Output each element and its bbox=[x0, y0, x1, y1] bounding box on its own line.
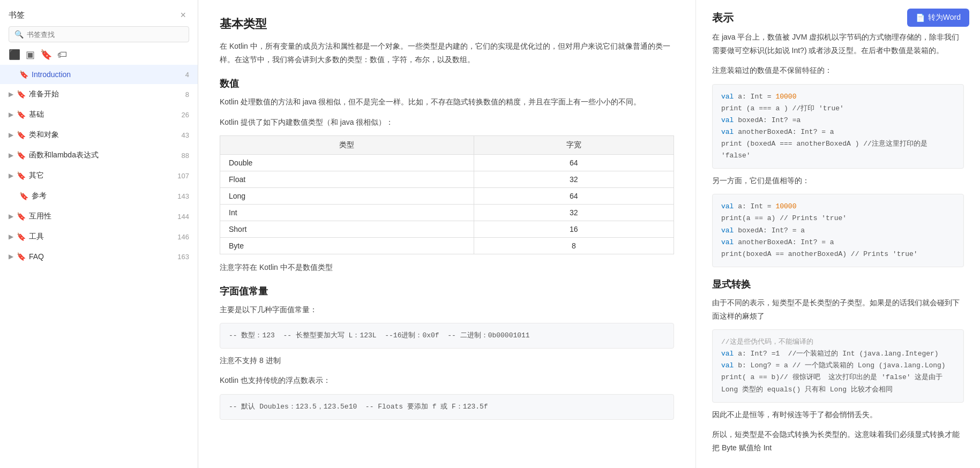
note2: 注意不支持 8 进制 bbox=[220, 354, 674, 367]
nav-label: 工具 bbox=[29, 232, 44, 241]
right-section2-title: 显式转换 bbox=[712, 278, 964, 291]
bookmark-icon: 🔖 bbox=[17, 212, 26, 221]
type-name: Byte bbox=[220, 237, 474, 254]
bookmark-icon: 🔖 bbox=[17, 90, 26, 99]
sidebar-item-functions[interactable]: ▶ 🔖 函数和lambda表达式 88 bbox=[0, 145, 198, 165]
nav-label: 准备开始 bbox=[29, 89, 59, 99]
arrow-icon: ▶ bbox=[9, 111, 13, 118]
code-block-2: -- 默认 Doubles：123.5，123.5e10 -- Floats 要… bbox=[220, 394, 674, 420]
section2-title: 字面值常量 bbox=[220, 285, 674, 298]
code-block-1: -- 数型：123 -- 长整型要加大写 L：123L --16进制：0x0f … bbox=[220, 323, 674, 349]
nav-count: 43 bbox=[182, 131, 189, 139]
arrow-icon: ▶ bbox=[9, 253, 13, 260]
sidebar-item-faq[interactable]: ▶ 🔖 FAQ 163 bbox=[0, 247, 198, 266]
type-table: 类型 字宽 Double64Float32Long64Int32Short16B… bbox=[220, 135, 674, 254]
nav-count: 8 bbox=[185, 90, 189, 99]
type-width: 64 bbox=[474, 154, 674, 171]
convert-to-word-button[interactable]: 📄 转为Word bbox=[907, 9, 969, 27]
section2-text: 主要是以下几种字面值常量： bbox=[220, 303, 674, 316]
sidebar-item-basics[interactable]: ▶ 🔖 基础 26 bbox=[0, 104, 198, 125]
type-name: Short bbox=[220, 221, 474, 237]
intro-text: 在 Kotlin 中，所有变量的成员方法和属性都是一个对象。一些类型是内建的，它… bbox=[220, 40, 674, 66]
nav-list: 🔖 Introduction 4 ▶ 🔖 准备开始 8 ▶ 🔖 基础 26 ▶ … bbox=[0, 65, 198, 468]
page-right: 表示 在 java 平台上，数值被 JVM 虚拟机以字节码的方式物理存储的，除非… bbox=[696, 0, 980, 468]
search-input[interactable] bbox=[27, 31, 183, 39]
right-code-block-1: val a: Int = 10000print (a === a ) //打印 … bbox=[712, 84, 964, 169]
type-width: 32 bbox=[474, 204, 674, 221]
type-width: 16 bbox=[474, 221, 674, 237]
arrow-icon: ▶ bbox=[9, 213, 13, 220]
page-left: 基本类型 在 Kotlin 中，所有变量的成员方法和属性都是一个对象。一些类型是… bbox=[198, 0, 696, 468]
sidebar-item-tools[interactable]: ▶ 🔖 工具 146 bbox=[0, 227, 198, 247]
nav-label: 参考 bbox=[32, 191, 47, 201]
sidebar-item-introduction[interactable]: 🔖 Introduction 4 bbox=[0, 65, 198, 84]
bookmark-icon: 🔖 bbox=[17, 232, 26, 241]
search-bar[interactable]: 🔍 bbox=[9, 26, 189, 42]
nav-count: 4 bbox=[185, 71, 189, 79]
bookmark-icon: 🔖 bbox=[19, 70, 28, 79]
table-header-type: 类型 bbox=[220, 135, 474, 154]
bookmark-icon: 🔖 bbox=[17, 252, 26, 261]
sidebar-item-interop[interactable]: ▶ 🔖 互用性 144 bbox=[0, 206, 198, 227]
arrow-icon: ▶ bbox=[9, 172, 13, 179]
nav-label: 函数和lambda表达式 bbox=[29, 150, 99, 160]
table-row: Short16 bbox=[220, 221, 674, 237]
type-width: 8 bbox=[474, 237, 674, 254]
nav-label: 其它 bbox=[29, 171, 44, 180]
section1-title: 数值 bbox=[220, 77, 674, 90]
right-text1: 在 java 平台上，数值被 JVM 虚拟机以字节码的方式物理存储的，除非我们需… bbox=[712, 31, 964, 57]
right-code-block-2: val a: Int = 10000print(a == a) // Print… bbox=[712, 194, 964, 267]
type-name: Float bbox=[220, 171, 474, 187]
type-name: Long bbox=[220, 187, 474, 204]
convert-label: 转为Word bbox=[928, 13, 961, 22]
table-row: Float32 bbox=[220, 171, 674, 187]
right-text5: 因此不止是恒等，有时候连等于了都会悄悄丢失。 bbox=[712, 408, 964, 421]
collapse-all-icon[interactable]: ▣ bbox=[26, 49, 35, 61]
nav-label: 互用性 bbox=[29, 212, 51, 221]
right-text4: 由于不同的表示，短类型不是长类型的子类型。如果是的话我们就会碰到下面这样的麻烦了 bbox=[712, 296, 964, 323]
sidebar-item-classes[interactable]: ▶ 🔖 类和对象 43 bbox=[0, 125, 198, 145]
sidebar-title: 书签 bbox=[9, 10, 25, 20]
right-text3: 另一方面，它们是值相等的： bbox=[712, 174, 964, 187]
bookmark-outline-icon[interactable]: 🏷 bbox=[57, 49, 67, 61]
arrow-icon: ▶ bbox=[9, 131, 13, 139]
nav-label: 类和对象 bbox=[29, 130, 59, 140]
arrow-icon: ▶ bbox=[9, 90, 13, 98]
section3-text: Kotlin 也支持传统的浮点数表示： bbox=[220, 374, 674, 387]
nav-label: 基础 bbox=[29, 110, 44, 119]
table-row: Int32 bbox=[220, 204, 674, 221]
sidebar-header: 书签 × bbox=[0, 0, 198, 26]
bookmark-icon: 🔖 bbox=[17, 110, 26, 119]
toolbar-icons: ⬛ ▣ 🔖 🏷 bbox=[0, 47, 198, 65]
bookmark-icon: 🔖 bbox=[17, 171, 26, 180]
right-text6: 所以，短类型是不会隐式转换为长类型的。这意味着我们必须显式转换才能把 Byte … bbox=[712, 428, 964, 455]
type-name: Double bbox=[220, 154, 474, 171]
expand-all-icon[interactable]: ⬛ bbox=[9, 49, 20, 61]
sidebar-item-getting-started[interactable]: ▶ 🔖 准备开始 8 bbox=[0, 84, 198, 104]
table-row: Double64 bbox=[220, 154, 674, 171]
close-icon[interactable]: × bbox=[177, 9, 189, 22]
right-code-block-3: //这是些伪代码，不能编译的val a: Int? =1 //一个装箱过的 In… bbox=[712, 329, 964, 402]
bookmark-icon: 🔖 bbox=[19, 192, 28, 200]
nav-count: 88 bbox=[182, 152, 189, 160]
convert-icon: 📄 bbox=[916, 13, 925, 22]
section1-text1: Kotlin 处理数值的方法和 java 很相似，但不是完全一样。比如，不存在隐… bbox=[220, 95, 674, 109]
search-icon: 🔍 bbox=[14, 30, 24, 39]
nav-count: 146 bbox=[177, 233, 189, 241]
arrow-icon: ▶ bbox=[9, 152, 13, 159]
right-text2: 注意装箱过的数值是不保留特征的： bbox=[712, 64, 964, 77]
sidebar-item-other[interactable]: ▶ 🔖 其它 107 bbox=[0, 165, 198, 186]
type-name: Int bbox=[220, 204, 474, 221]
sidebar: 书签 × 🔍 ⬛ ▣ 🔖 🏷 🔖 Introduction 4 ▶ 🔖 准备开始… bbox=[0, 0, 198, 468]
table-row: Byte8 bbox=[220, 237, 674, 254]
bookmark-icon: 🔖 bbox=[17, 131, 26, 139]
arrow-icon: ▶ bbox=[9, 233, 13, 240]
main-content: 基本类型 在 Kotlin 中，所有变量的成员方法和属性都是一个对象。一些类型是… bbox=[198, 0, 980, 468]
nav-label: Introduction bbox=[32, 70, 71, 79]
nav-count: 143 bbox=[177, 192, 189, 200]
bookmark-filled-icon[interactable]: 🔖 bbox=[40, 49, 52, 61]
nav-label: FAQ bbox=[29, 252, 44, 261]
type-width: 32 bbox=[474, 171, 674, 187]
sidebar-item-reference[interactable]: 🔖 参考 143 bbox=[0, 186, 198, 206]
table-header-width: 字宽 bbox=[474, 135, 674, 154]
